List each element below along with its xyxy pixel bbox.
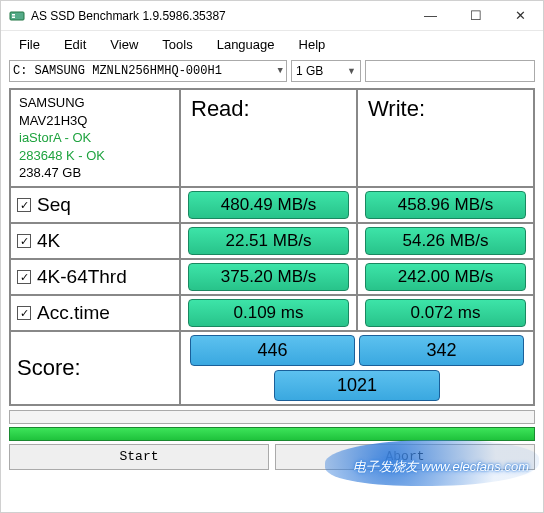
row-4k-write-value: 54.26 MB/s	[365, 227, 526, 255]
row-seq-write-value: 458.96 MB/s	[365, 191, 526, 219]
row-4k-read-cell: 22.51 MB/s	[180, 223, 357, 259]
header-row: SAMSUNG MAV21H3Q iaStorA - OK 283648 K -…	[10, 89, 534, 187]
row-acc-write-value: 0.072 ms	[365, 299, 526, 327]
checkbox-4k64[interactable]: ✓	[17, 270, 31, 284]
minimize-button[interactable]: —	[408, 1, 453, 31]
drive-vendor: SAMSUNG	[19, 94, 171, 112]
button-row: Start Abort	[9, 444, 535, 470]
results-grid: SAMSUNG MAV21H3Q iaStorA - OK 283648 K -…	[9, 88, 535, 406]
drive-select[interactable]: C: SAMSUNG MZNLN256HMHQ-000H1 ▼	[9, 60, 287, 82]
read-header: Read:	[180, 89, 357, 187]
maximize-button[interactable]: ☐	[453, 1, 498, 31]
progress-bar-2	[9, 427, 535, 441]
score-label: Score:	[17, 355, 81, 381]
selector-row: C: SAMSUNG MZNLN256HMHQ-000H1 ▼ 1 GB ▼	[1, 58, 543, 88]
svg-rect-2	[12, 16, 15, 18]
row-4k: ✓ 4K 22.51 MB/s 54.26 MB/s	[10, 223, 534, 259]
row-score: Score: 446 342 1021	[10, 331, 534, 405]
menu-file[interactable]: File	[9, 35, 50, 54]
menu-language[interactable]: Language	[207, 35, 285, 54]
close-button[interactable]: ✕	[498, 1, 543, 31]
drive-driver-status: iaStorA - OK	[19, 129, 171, 147]
row-acc-write-cell: 0.072 ms	[357, 295, 534, 331]
progress-bar-1	[9, 410, 535, 424]
menu-help[interactable]: Help	[289, 35, 336, 54]
score-read-value: 446	[190, 335, 355, 366]
row-4k64-write-cell: 242.00 MB/s	[357, 259, 534, 295]
row-acc-read-cell: 0.109 ms	[180, 295, 357, 331]
checkbox-4k[interactable]: ✓	[17, 234, 31, 248]
drive-select-value: C: SAMSUNG MZNLN256HMHQ-000H1	[13, 64, 222, 78]
score-values-cell: 446 342 1021	[180, 331, 534, 405]
svg-rect-0	[10, 12, 24, 20]
row-seq-read-value: 480.49 MB/s	[188, 191, 349, 219]
row-4k64-read-cell: 375.20 MB/s	[180, 259, 357, 295]
row-seq-label: Seq	[37, 194, 71, 216]
size-select[interactable]: 1 GB ▼	[291, 60, 361, 82]
window-title: AS SSD Benchmark 1.9.5986.35387	[31, 9, 408, 23]
drive-info-cell: SAMSUNG MAV21H3Q iaStorA - OK 283648 K -…	[10, 89, 180, 187]
abort-button[interactable]: Abort	[275, 444, 535, 470]
score-label-cell: Score:	[10, 331, 180, 405]
chevron-down-icon: ▼	[347, 66, 356, 76]
app-icon	[9, 8, 25, 24]
menubar: File Edit View Tools Language Help	[1, 31, 543, 58]
drive-firmware: MAV21H3Q	[19, 112, 171, 130]
row-seq-label-cell: ✓ Seq	[10, 187, 180, 223]
row-4k-label: 4K	[37, 230, 60, 252]
row-seq-read-cell: 480.49 MB/s	[180, 187, 357, 223]
row-acc-label-cell: ✓ Acc.time	[10, 295, 180, 331]
row-seq-write-cell: 458.96 MB/s	[357, 187, 534, 223]
row-4k64-label: 4K-64Thrd	[37, 266, 127, 288]
row-acc: ✓ Acc.time 0.109 ms 0.072 ms	[10, 295, 534, 331]
score-write-value: 342	[359, 335, 524, 366]
row-seq: ✓ Seq 480.49 MB/s 458.96 MB/s	[10, 187, 534, 223]
checkbox-acc[interactable]: ✓	[17, 306, 31, 320]
start-button[interactable]: Start	[9, 444, 269, 470]
menu-view[interactable]: View	[100, 35, 148, 54]
checkbox-seq[interactable]: ✓	[17, 198, 31, 212]
window-controls: — ☐ ✕	[408, 1, 543, 31]
drive-alignment-status: 283648 K - OK	[19, 147, 171, 165]
row-4k64-read-value: 375.20 MB/s	[188, 263, 349, 291]
row-acc-read-value: 0.109 ms	[188, 299, 349, 327]
svg-rect-1	[12, 14, 15, 16]
write-header: Write:	[357, 89, 534, 187]
menu-tools[interactable]: Tools	[152, 35, 202, 54]
row-4k-read-value: 22.51 MB/s	[188, 227, 349, 255]
row-4k64: ✓ 4K-64Thrd 375.20 MB/s 242.00 MB/s	[10, 259, 534, 295]
drive-capacity: 238.47 GB	[19, 164, 171, 182]
chevron-down-icon: ▼	[278, 66, 283, 76]
row-4k64-label-cell: ✓ 4K-64Thrd	[10, 259, 180, 295]
progress-bars	[9, 410, 535, 441]
row-4k64-write-value: 242.00 MB/s	[365, 263, 526, 291]
row-4k-write-cell: 54.26 MB/s	[357, 223, 534, 259]
row-acc-label: Acc.time	[37, 302, 110, 324]
titlebar: AS SSD Benchmark 1.9.5986.35387 — ☐ ✕	[1, 1, 543, 31]
row-4k-label-cell: ✓ 4K	[10, 223, 180, 259]
filter-input[interactable]	[365, 60, 535, 82]
score-total-value: 1021	[274, 370, 439, 401]
menu-edit[interactable]: Edit	[54, 35, 96, 54]
size-select-value: 1 GB	[296, 64, 323, 78]
